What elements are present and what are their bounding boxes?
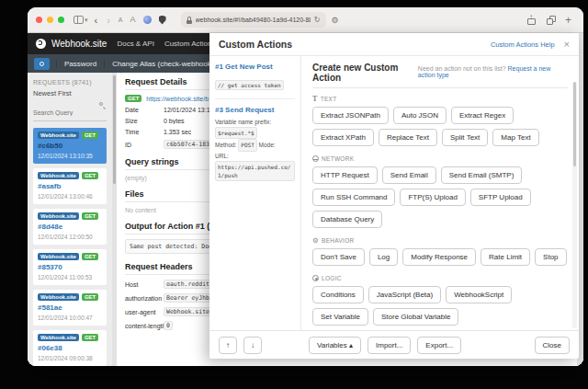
url-label: URL: [215, 153, 229, 159]
address-bar[interactable]: webhook.site/#!/bab49480-1a9d-4120-88b5-… [181, 12, 326, 28]
action-button-webhookscript[interactable]: WebhookScript [446, 286, 512, 303]
scrollbar-thumb[interactable] [113, 75, 116, 184]
action-button-dont-save[interactable]: Don't Save [312, 248, 365, 266]
action-button-split-text[interactable]: Split Text [442, 129, 488, 146]
browser-window: ▾ ‹ › A A webhook.site/#!/bab49480-1a9d-… [28, 7, 583, 366]
action-button-extract-xpath[interactable]: Extract XPath [312, 129, 374, 146]
back-icon[interactable]: ‹ [95, 16, 98, 25]
section-network: NETWORK HTTP Request Send Email Send Ema… [312, 155, 568, 228]
action-button-conditions[interactable]: Conditions [312, 286, 364, 303]
request-date: 12/01/2024 12:00:50 [38, 234, 103, 240]
request-list-item[interactable]: Webhook.site GET #8d48e 12/01/2024 12:00… [33, 209, 107, 245]
section-logic: LOGIC Conditions JavaScript (Beta) Webho… [312, 275, 568, 326]
variables-dropdown-button[interactable]: Variables ▴ [309, 337, 361, 354]
size-value: 0 bytes [164, 118, 185, 124]
action-button-map-text[interactable]: Map Text [492, 129, 538, 146]
shield-extension-icon[interactable] [159, 16, 166, 25]
action-button-send-email-smtp[interactable]: Send Email (SMTP) [441, 166, 523, 184]
close-button[interactable]: Close [535, 337, 570, 354]
sort-order-link[interactable]: Newest First [33, 89, 107, 97]
request-url-link[interactable]: https://webhook.site/b [146, 96, 209, 102]
tab-overview-icon[interactable] [547, 16, 556, 25]
window-controls [36, 17, 64, 23]
action-button-modify-response[interactable]: Modify Response [402, 248, 476, 266]
webhook-site-logo[interactable] [36, 39, 46, 49]
search-box [33, 102, 107, 121]
action-button-auto-json[interactable]: Auto JSON [393, 107, 447, 124]
export-button[interactable]: Export... [417, 337, 461, 354]
modal-footer: ↑ ↓ Variables ▴ Import... Export... Clos… [209, 330, 579, 359]
action-button-sftp-upload[interactable]: SFTP Upload [470, 189, 531, 206]
sidebar-toggle-icon[interactable] [74, 16, 84, 24]
request-id-link[interactable]: #06e38 [38, 344, 103, 352]
action-button-replace-text[interactable]: Replace Text [379, 129, 437, 146]
requests-sidebar: REQUESTS (8741) Newest First Webhook.sit… [28, 73, 112, 366]
request-id-link[interactable]: #c6b50 [38, 142, 103, 150]
action-button-run-ssh-command[interactable]: Run SSH Command [312, 189, 395, 206]
action-button-send-email[interactable]: Send Email [382, 166, 436, 184]
action-3-link[interactable]: #3 Send Request [215, 106, 295, 114]
modal-header: Custom Actions Custom Actions Help × [209, 33, 579, 56]
text-size-small-icon[interactable]: A [119, 16, 123, 24]
request-id-link[interactable]: #8d48e [38, 223, 103, 231]
action-button-stop[interactable]: Stop [535, 248, 566, 266]
action-button-ftps-upload[interactable]: FTP(S) Upload [400, 189, 465, 206]
action-button-extract-regex[interactable]: Extract Regex [451, 107, 514, 124]
extension-icon[interactable] [143, 16, 152, 24]
id-label: ID [125, 142, 164, 148]
action-button-set-variable[interactable]: Set Variable [312, 308, 368, 326]
requests-count-label: REQUESTS (8741) [33, 79, 107, 86]
time-label: Time [125, 129, 164, 135]
chevron-down-icon[interactable]: ▾ [85, 16, 88, 24]
app-badge: Webhook.site [38, 172, 79, 179]
section-behavior: ⚙BEHAVIOR Don't Save Log Modify Response… [312, 237, 568, 266]
action-button-log[interactable]: Log [369, 248, 398, 266]
request-id-link[interactable]: #asafb [38, 182, 103, 190]
request-list-item[interactable]: Webhook.site GET #06e38 12/01/2024 09:00… [33, 330, 107, 366]
modal-scrollbar[interactable] [572, 82, 577, 328]
header-name: authorization [125, 295, 164, 302]
forward-icon[interactable]: › [107, 16, 110, 25]
app-badge: Webhook.site [38, 253, 79, 260]
close-window-button[interactable] [36, 17, 42, 23]
zoom-window-button[interactable] [58, 17, 64, 23]
action-button-extract-jsonpath[interactable]: Extract JSONPath [312, 107, 389, 124]
custom-actions-help-link[interactable]: Custom Actions Help [491, 40, 555, 49]
action-button-javascript-beta[interactable]: JavaScript (Beta) [368, 286, 441, 303]
action-1-link[interactable]: #1 Get New Post [215, 63, 295, 71]
action-button-store-global-variable[interactable]: Store Global Variable [373, 308, 458, 326]
request-list-item[interactable]: Webhook.site GET #581ae 12/01/2024 10:00… [33, 290, 107, 326]
text-size-large-icon[interactable]: A [130, 16, 136, 24]
close-icon[interactable]: × [564, 40, 570, 49]
method-badge: GET [82, 212, 98, 220]
eye-toggle-button[interactable] [34, 58, 50, 70]
custom-actions-modal: Custom Actions Custom Actions Help × #1 … [209, 33, 579, 359]
request-list-item[interactable]: Webhook.site GET #c6b50 12/01/2024 13:10… [33, 128, 107, 164]
request-id-link[interactable]: #581ae [38, 303, 103, 312]
search-input[interactable] [33, 109, 107, 116]
request-id-link[interactable]: #85370 [38, 263, 103, 271]
nav-docs-api[interactable]: Docs & API [117, 40, 153, 48]
scrollbar-thumb[interactable] [573, 82, 576, 166]
reload-icon[interactable]: ↻ [314, 16, 321, 24]
action-button-database-query[interactable]: Database Query [312, 211, 382, 228]
app-badge: Webhook.site [38, 132, 79, 139]
share-icon[interactable]: ↑ [527, 15, 536, 25]
brand-name[interactable]: Webhook.site [51, 39, 107, 49]
request-list-item[interactable]: Webhook.site GET #85370 12/01/2024 11:00… [33, 249, 107, 285]
method-value: POST [238, 139, 256, 151]
action-button-http-request[interactable]: HTTP Request [312, 166, 378, 184]
action-1-code: // get access token [215, 80, 284, 90]
settings-gear-icon[interactable]: ⚙ [332, 16, 339, 25]
new-tab-icon[interactable]: + [565, 14, 571, 27]
nav-custom-actions[interactable]: Custom Actions [164, 40, 216, 48]
subnav-password[interactable]: Password [56, 60, 104, 68]
url-text: webhook.site/#!/bab49480-1a9d-4120-88b5-… [196, 17, 311, 23]
request-list-item[interactable]: Webhook.site GET #asafb 12/01/2024 13:00… [33, 168, 107, 204]
sidebar-scrollbar[interactable] [112, 73, 117, 366]
import-button[interactable]: Import... [368, 337, 411, 354]
move-up-button[interactable]: ↑ [219, 337, 237, 354]
action-button-rate-limit[interactable]: Rate Limit [481, 248, 530, 266]
minimize-window-button[interactable] [47, 17, 53, 23]
move-down-button[interactable]: ↓ [243, 337, 262, 354]
